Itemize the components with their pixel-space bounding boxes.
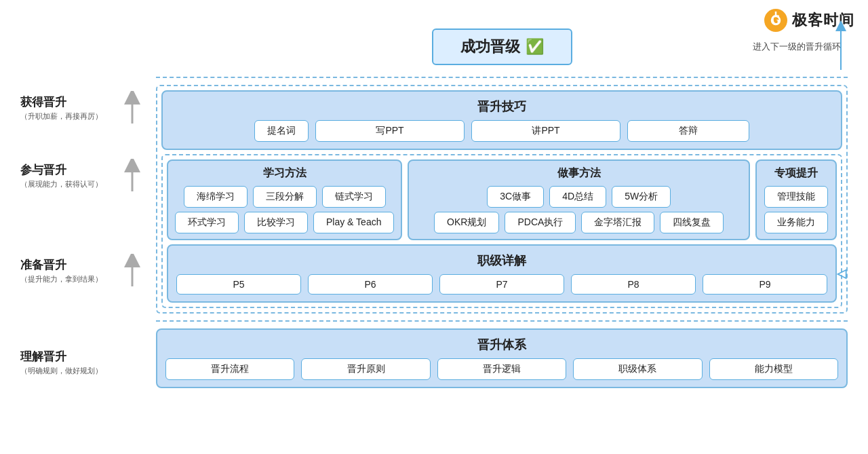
label-col: 获得晋升 （升职加薪，再接再厉） 参与晋升 （展现能力，获得认可） 准备晋升 （… (20, 24, 119, 389)
loop-label: 进入下一级的晋升循环 (753, 41, 841, 53)
label-prepare: 准备晋升 （提升能力，拿到结果） (20, 214, 119, 328)
prepare-sub-label: （提升能力，拿到结果） (20, 274, 119, 284)
doing-row1: 3C做事 4D总结 5W分析 (416, 186, 742, 208)
pill-fourline[interactable]: 四线复盘 (660, 212, 724, 233)
promo-system-pills: 晋升流程 晋升原则 晋升逻辑 职级体系 能力模型 (165, 358, 838, 380)
pill-p8[interactable]: P8 (571, 274, 696, 295)
pill-pdca[interactable]: PDCA执行 (505, 212, 576, 233)
promotion-system-section: 晋升体系 晋升流程 晋升原则 晋升逻辑 职级体系 能力模型 (156, 328, 848, 388)
obtain-title: 获得晋升 (20, 94, 119, 110)
arrow-participate (123, 146, 142, 206)
label-slot-top (20, 24, 119, 70)
dashed-div-2 (156, 320, 848, 322)
arrow-up-prepare (123, 254, 142, 288)
success-row: 成功晋级 ✅ 进入下一级的晋升循环 (156, 24, 848, 70)
doing-methods-box: 做事方法 3C做事 4D总结 5W分析 OKR规划 PDCA执行 (408, 159, 750, 240)
pill-competency[interactable]: 能力模型 (709, 358, 838, 380)
promo-skills-title: 晋升技巧 (171, 98, 833, 115)
level-details-section: 职级详解 P5 P6 P7 P8 P9 ◁ (167, 244, 837, 303)
learning-methods-box: 学习方法 海绵学习 三段分解 链式学习 环式学习 比较学习 (167, 159, 402, 240)
pill-biz[interactable]: 业务能力 (764, 212, 828, 233)
pill-nomination[interactable]: 提名词 (254, 120, 309, 142)
label-understand: 理解晋升 （明确规则，做好规划） (20, 336, 119, 389)
success-box: 成功晋级 ✅ (432, 29, 572, 65)
pill-3c[interactable]: 3C做事 (487, 186, 544, 208)
pill-principle[interactable]: 晋升原则 (301, 358, 430, 380)
pill-4d[interactable]: 4D总结 (549, 186, 606, 208)
pill-level-sys[interactable]: 职级体系 (573, 358, 702, 380)
loop-arrow-top (834, 20, 848, 70)
special-pills-grid: 管理技能 业务能力 (764, 186, 829, 233)
diagram-col: 成功晋级 ✅ 进入下一级的晋升循环 (156, 24, 848, 389)
pill-present-ppt[interactable]: 讲PPT (471, 120, 620, 142)
learning-row2: 环式学习 比较学习 Play & Teach (175, 212, 394, 233)
full-layout: 获得晋升 （升职加薪，再接再厉） 参与晋升 （展现能力，获得认可） 准备晋升 （… (20, 24, 848, 389)
dashed-div-1 (156, 77, 848, 78)
prepare-dashed-box: 学习方法 海绵学习 三段分解 链式学习 环式学习 比较学习 (161, 154, 842, 308)
participate-sub: （展现能力，获得认可） (20, 179, 119, 189)
promo-skills-pills: 提名词 写PPT 讲PPT 答辩 (171, 120, 833, 142)
label-obtain: 获得晋升 （升职加薪，再接再厉） (20, 78, 119, 138)
pill-defense[interactable]: 答辩 (627, 120, 749, 142)
arrow-prepare (123, 214, 142, 328)
arrow-up-obtain (123, 91, 142, 125)
success-label: 成功晋级 (460, 37, 520, 57)
prepare-row: 学习方法 海绵学习 三段分解 链式学习 环式学习 比较学习 (167, 159, 837, 240)
prepare-title: 准备晋升 (20, 257, 119, 273)
pill-chain[interactable]: 链式学习 (322, 186, 386, 208)
pill-p6[interactable]: P6 (308, 274, 433, 295)
level-details-pills: P5 P6 P7 P8 P9 (176, 274, 827, 295)
pill-pyramid[interactable]: 金字塔汇报 (581, 212, 654, 233)
pill-mgmt[interactable]: 管理技能 (764, 186, 828, 208)
arrow-up-participate (123, 159, 142, 193)
sep1 (20, 70, 119, 78)
level-details-title: 职级详解 (176, 252, 827, 269)
outer-dashed-box: 晋升技巧 提名词 写PPT 讲PPT 答辩 学习方法 (156, 85, 848, 314)
understand-sub: （明确规则，做好规划） (20, 366, 119, 376)
learning-pills-grid: 海绵学习 三段分解 链式学习 环式学习 比较学习 Play & Teach (175, 186, 394, 233)
pill-cycle[interactable]: 环式学习 (175, 212, 239, 233)
promo-skills-section: 晋升技巧 提名词 写PPT 讲PPT 答辩 (161, 90, 842, 150)
sep3 (20, 206, 119, 214)
labels-and-arrows: 获得晋升 （升职加薪，再接再厉） 参与晋升 （展现能力，获得认可） 准备晋升 （… (20, 24, 156, 389)
learning-title: 学习方法 (175, 166, 394, 181)
understand-title: 理解晋升 (20, 349, 119, 364)
special-title: 专项提升 (764, 166, 829, 181)
participate-title: 参与晋升 (20, 162, 119, 178)
arrow-col (119, 24, 146, 389)
label-participate: 参与晋升 （展现能力，获得认可） (20, 146, 119, 206)
doing-title: 做事方法 (416, 166, 742, 181)
pill-p7[interactable]: P7 (439, 274, 564, 295)
doing-pills-grid: 3C做事 4D总结 5W分析 OKR规划 PDCA执行 金字塔汇报 四线复盘 (416, 186, 742, 233)
pill-p5[interactable]: P5 (176, 274, 301, 295)
pill-okr[interactable]: OKR规划 (434, 212, 499, 233)
pill-compare[interactable]: 比较学习 (244, 212, 308, 233)
promo-system-title: 晋升体系 (165, 337, 838, 353)
pill-three-seg[interactable]: 三段分解 (253, 186, 317, 208)
arrow-obtain (123, 78, 142, 138)
special-row2: 业务能力 (764, 212, 829, 233)
learning-row1: 海绵学习 三段分解 链式学习 (175, 186, 394, 208)
pill-process[interactable]: 晋升流程 (165, 358, 294, 380)
obtain-sub: （升职加薪，再接再厉） (20, 111, 119, 121)
special-improvement-box: 专项提升 管理技能 业务能力 (755, 159, 837, 240)
pill-write-ppt[interactable]: 写PPT (315, 120, 465, 142)
level-right-arrow: ◁ (837, 266, 846, 281)
sep2 (20, 138, 119, 146)
pill-logic[interactable]: 晋升逻辑 (437, 358, 566, 380)
pill-play-teach[interactable]: Play & Teach (313, 212, 394, 233)
page-container: G 极客时间 获得晋升 （升职加薪，再接再厉） (0, 0, 868, 454)
sep4 (20, 328, 119, 336)
doing-row2: OKR规划 PDCA执行 金字塔汇报 四线复盘 (416, 212, 742, 233)
special-row1: 管理技能 (764, 186, 829, 208)
success-emoji: ✅ (526, 38, 544, 56)
pill-5w[interactable]: 5W分析 (612, 186, 671, 208)
pill-p9[interactable]: P9 (703, 274, 827, 295)
pill-sponge[interactable]: 海绵学习 (184, 186, 248, 208)
